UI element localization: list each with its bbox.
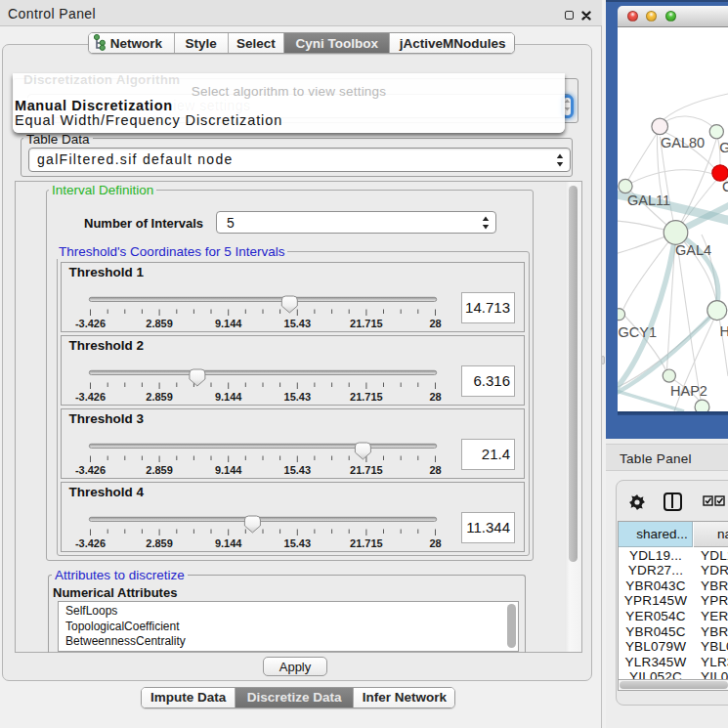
svg-text:21.715: 21.715 [350, 537, 383, 549]
svg-text:28: 28 [429, 537, 441, 549]
svg-text:9.144: 9.144 [214, 318, 241, 329]
svg-text:CA: CA [722, 179, 728, 194]
svg-text:GAL11: GAL11 [627, 193, 670, 208]
svg-text:GAL80: GAL80 [661, 135, 705, 150]
svg-text:9.144: 9.144 [214, 464, 241, 476]
svg-text:-3.426: -3.426 [74, 464, 105, 476]
svg-text:H: H [720, 323, 728, 339]
svg-text:GAL4: GAL4 [675, 242, 711, 258]
svg-text:15.43: 15.43 [283, 318, 311, 329]
svg-text:2.859: 2.859 [146, 464, 173, 476]
svg-text:GCY1: GCY1 [619, 324, 658, 340]
svg-text:HAP2: HAP2 [670, 383, 707, 399]
svg-text:28: 28 [429, 391, 441, 403]
svg-text:15.43: 15.43 [283, 537, 311, 549]
svg-text:15.43: 15.43 [283, 464, 311, 476]
svg-text:2.859: 2.859 [146, 318, 173, 329]
svg-text:21.715: 21.715 [350, 464, 383, 476]
svg-text:21.715: 21.715 [350, 318, 383, 329]
svg-text:2.859: 2.859 [146, 537, 173, 549]
svg-text:21.715: 21.715 [350, 391, 383, 403]
svg-text:GA: GA [719, 140, 728, 155]
svg-text:-3.426: -3.426 [74, 318, 105, 329]
svg-text:15.43: 15.43 [283, 391, 311, 403]
svg-text:28: 28 [429, 464, 441, 476]
svg-text:-3.426: -3.426 [74, 391, 105, 403]
svg-text:-3.426: -3.426 [74, 537, 105, 549]
svg-text:2.859: 2.859 [146, 391, 173, 403]
svg-text:9.144: 9.144 [214, 391, 241, 403]
svg-text:9.144: 9.144 [214, 537, 241, 549]
svg-text:28: 28 [429, 318, 441, 329]
